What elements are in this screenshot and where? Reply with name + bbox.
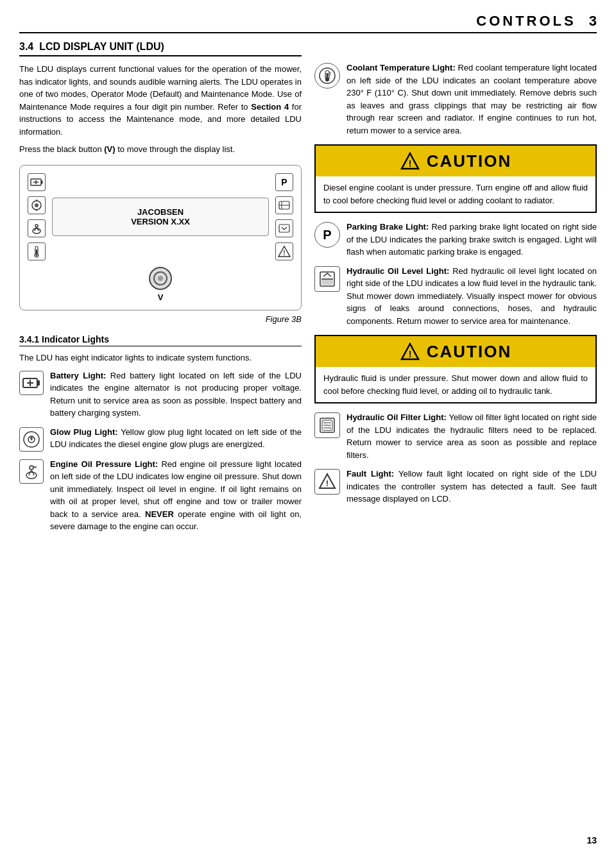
ldu-right-icons: P	[275, 173, 293, 260]
indicator-row-parking: P Parking Brake Light: Red parking brake…	[314, 221, 597, 259]
svg-rect-1	[41, 180, 43, 183]
coolant-icon	[314, 63, 340, 89]
svg-point-28	[26, 472, 37, 479]
caution-triangle-icon-1: !	[400, 151, 420, 171]
indicator-row-engine-oil: Engine Oil Pressure Light: Red engine oi…	[19, 458, 302, 533]
parking-light-text: Parking Brake Light: Red parking brake l…	[346, 221, 597, 259]
caution-title-2: CAUTION	[427, 342, 511, 362]
svg-rect-39	[321, 279, 333, 285]
parking-light-title: Parking Brake Light:	[346, 222, 429, 232]
ldu-brand: JACOBSEN	[137, 207, 184, 217]
caution-header-1: ! CAUTION	[316, 146, 595, 176]
subsection-heading: 3.4.1 Indicator Lights	[19, 334, 302, 346]
ldu-glow-icon	[28, 196, 46, 214]
subsection-number: 3.4.1	[19, 334, 39, 344]
subsection-title: Indicator Lights	[42, 334, 109, 344]
figure-caption: Figure 3B	[19, 313, 302, 326]
ldu-button-area: V	[28, 267, 293, 302]
section-intro-1: The LDU displays current functional valu…	[19, 63, 302, 138]
fault-light-title: Fault Light:	[346, 469, 394, 479]
coolant-light-text: Coolant Temperature Light: Red coolant t…	[346, 62, 597, 137]
page: CONTROLS 3 3.4 LCD DISPLAY UNIT (LDU) Th…	[0, 0, 616, 857]
ldu-v-label: V	[149, 293, 172, 302]
caution-header-2: ! CAUTION	[316, 336, 595, 367]
ldu-display: JACOBSEN VERSION X.XX P	[28, 173, 293, 260]
coolant-light-title: Coolant Temperature Light:	[346, 63, 456, 72]
right-column: Coolant Temperature Light: Red coolant t…	[314, 41, 597, 539]
svg-text:!: !	[408, 158, 411, 169]
fault-icon: !	[314, 469, 340, 495]
indicator-row-hydraulic-level: Hydraulic Oil Level Light: Red hydraulic…	[314, 265, 597, 328]
indicator-row-battery: Battery Light: Red battery light located…	[19, 369, 302, 420]
page-number: 13	[586, 835, 597, 845]
indicator-row-glow-plug: Glow Plug Light: Yellow glow plug light …	[19, 426, 302, 452]
ldu-ricon1	[275, 196, 293, 214]
hydraulic-level-icon	[314, 266, 340, 292]
ldu-version: VERSION X.XX	[131, 217, 190, 226]
section-number: 3.4	[19, 41, 33, 52]
hydraulic-level-light-text: Hydraulic Oil Level Light: Red hydraulic…	[346, 265, 597, 328]
section-intro-2: Press the black button (V) to move throu…	[19, 143, 302, 156]
battery-icon	[19, 371, 44, 395]
hydraulic-filter-light-text: Hydraulic Oil Filter Light: Yellow oil f…	[346, 411, 597, 461]
never-label: NEVER	[145, 509, 174, 519]
svg-point-21	[158, 276, 163, 281]
indicator-row-fault: ! Fault Light: Yellow fault light locate…	[314, 468, 597, 505]
svg-point-8	[33, 228, 40, 233]
svg-point-5	[35, 203, 38, 207]
svg-text:!: !	[283, 250, 285, 257]
indicator-row-hydraulic-filter: Hydraulic Oil Filter Light: Yellow oil f…	[314, 411, 597, 461]
caution-box-1: ! CAUTION Diesel engine coolant is under…	[314, 144, 597, 213]
engine-oil-light-title: Engine Oil Pressure Light:	[50, 459, 158, 469]
caution-body-1: Diesel engine coolant is under pressure.…	[316, 176, 595, 212]
caution-box-2: ! CAUTION Hydraulic fluid is under press…	[314, 335, 597, 403]
glow-plug-light-title: Glow Plug Light:	[50, 427, 118, 437]
battery-light-text: Battery Light: Red battery light located…	[50, 369, 302, 420]
engine-oil-light-text: Engine Oil Pressure Light: Red engine oi…	[50, 458, 302, 533]
left-column: 3.4 LCD DISPLAY UNIT (LDU) The LDU displ…	[19, 41, 302, 539]
glow-plug-light-text: Glow Plug Light: Yellow glow plug light …	[50, 426, 302, 451]
two-column-layout: 3.4 LCD DISPLAY UNIT (LDU) The LDU displ…	[19, 41, 597, 539]
ldu-center-display: JACOBSEN VERSION X.XX	[52, 198, 269, 236]
page-title: CONTROLS	[476, 13, 576, 30]
svg-rect-23	[37, 380, 40, 386]
ldu-temp-icon	[28, 242, 46, 260]
ldu-left-icons	[28, 173, 46, 260]
ldu-warning-icon: !	[275, 242, 293, 260]
svg-text:!: !	[408, 349, 411, 359]
fault-light-text: Fault Light: Yellow fault light located …	[346, 468, 597, 505]
ldu-battery-icon	[28, 173, 46, 191]
svg-point-13	[36, 254, 38, 256]
ldu-oil-icon	[28, 219, 46, 237]
glow-plug-icon	[19, 427, 44, 452]
hydraulic-level-light-title: Hydraulic Oil Level Light:	[346, 266, 449, 276]
battery-light-title: Battery Light:	[50, 371, 106, 380]
ldu-figure: JACOBSEN VERSION X.XX P	[19, 165, 302, 310]
ldu-parking-icon: P	[275, 173, 293, 191]
svg-text:!: !	[326, 479, 329, 488]
page-header: CONTROLS 3	[19, 13, 597, 33]
section-title: LCD DISPLAY UNIT (LDU)	[39, 41, 164, 52]
caution-title-1: CAUTION	[427, 151, 511, 171]
svg-rect-32	[327, 73, 329, 78]
hydraulic-filter-light-title: Hydraulic Oil Filter Light:	[346, 412, 447, 422]
ldu-v-knob[interactable]	[149, 267, 172, 290]
section-heading: 3.4 LCD DISPLAY UNIT (LDU)	[19, 41, 302, 56]
page-section-number: 3	[589, 13, 597, 30]
svg-point-29	[30, 466, 33, 470]
svg-point-9	[35, 225, 38, 227]
svg-point-33	[325, 78, 329, 81]
svg-rect-17	[279, 225, 289, 232]
parking-p-letter: P	[323, 228, 331, 242]
svg-rect-12	[36, 250, 37, 254]
ldu-ricon2	[275, 219, 293, 237]
parking-brake-icon: P	[314, 222, 340, 248]
caution-body-2: Hydraulic fluid is under pressure. Shut …	[316, 367, 595, 402]
hydraulic-filter-icon	[314, 412, 340, 438]
subsection-intro: The LDU has eight indicator lights to in…	[19, 352, 302, 364]
engine-oil-icon	[19, 459, 44, 484]
caution-triangle-icon-2: !	[400, 341, 420, 362]
indicator-row-coolant: Coolant Temperature Light: Red coolant t…	[314, 62, 597, 137]
